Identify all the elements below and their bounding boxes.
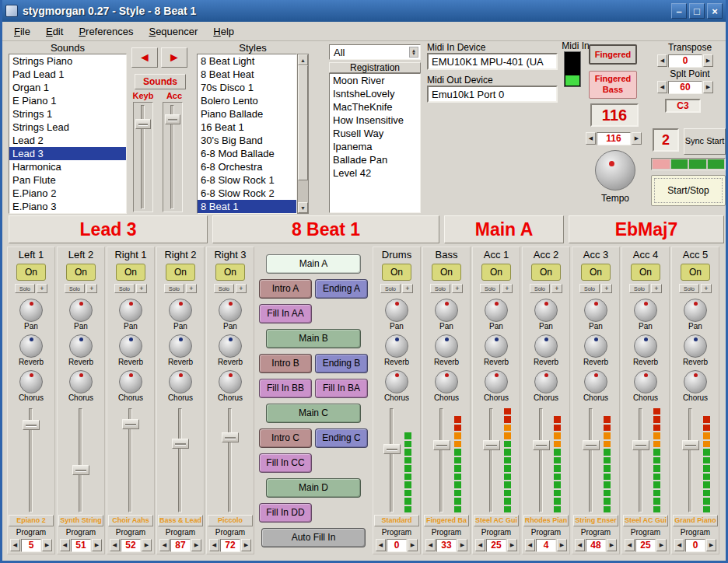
section-button-fill-in-cc[interactable]: Fill In CC: [259, 453, 312, 473]
pan-knob[interactable]: [684, 299, 707, 322]
volume-slider[interactable]: [432, 406, 451, 515]
solo-button[interactable]: Solo: [579, 284, 600, 293]
maximize-button[interactable]: □: [689, 3, 705, 19]
section-button-main-b[interactable]: Main B: [266, 329, 361, 348]
reverb-knob[interactable]: [69, 334, 93, 358]
volume-slider[interactable]: [383, 406, 401, 515]
sound-list-item[interactable]: Organ 1: [9, 81, 126, 94]
sound-list-item[interactable]: Strings Lead: [9, 121, 126, 134]
chorus-knob[interactable]: [485, 370, 508, 393]
menu-file[interactable]: File: [7, 23, 37, 40]
volume-slider-handle[interactable]: [383, 444, 401, 454]
reverb-knob[interactable]: [684, 334, 707, 358]
tempo-decrement-button[interactable]: ◀: [586, 132, 596, 145]
channel-on-button[interactable]: On: [581, 264, 611, 281]
program-decrement-button[interactable]: ◀: [376, 539, 386, 551]
reverb-knob[interactable]: [219, 334, 242, 358]
prev-sound-button[interactable]: ◄: [131, 47, 158, 68]
section-button-intro-b[interactable]: Intro B: [259, 354, 312, 373]
chorus-knob[interactable]: [219, 370, 242, 393]
pan-knob[interactable]: [584, 299, 607, 322]
split-increment-button[interactable]: ▶: [703, 81, 713, 93]
section-button-fill-in-dd[interactable]: Fill In DD: [259, 503, 312, 523]
chorus-knob[interactable]: [119, 370, 142, 393]
program-decrement-button[interactable]: ◀: [674, 539, 684, 551]
channel-on-button[interactable]: On: [166, 264, 195, 281]
plus-button[interactable]: +: [37, 284, 47, 293]
scrollbar-track[interactable]: [298, 65, 308, 202]
pan-knob[interactable]: [219, 299, 242, 322]
program-increment-button[interactable]: ▶: [92, 539, 102, 551]
scroll-up-button[interactable]: ▲: [298, 54, 308, 65]
plus-button[interactable]: +: [502, 284, 513, 293]
program-increment-button[interactable]: ▶: [607, 539, 617, 551]
style-list-item[interactable]: 6-8 Slow Rock 2: [198, 187, 296, 200]
volume-slider[interactable]: [482, 406, 501, 515]
volume-slider-handle[interactable]: [533, 440, 550, 450]
pan-knob[interactable]: [119, 299, 142, 322]
style-list-item[interactable]: 6-8 Orchestra: [198, 160, 296, 173]
program-decrement-button[interactable]: ◀: [209, 539, 219, 551]
channel-on-button[interactable]: On: [432, 264, 461, 281]
section-button-intro-a[interactable]: Intro A: [259, 279, 312, 299]
solo-button[interactable]: Solo: [65, 284, 85, 293]
registration-list-item[interactable]: How Insensitive: [330, 114, 420, 127]
volume-slider[interactable]: [121, 406, 140, 515]
minimize-button[interactable]: –: [671, 3, 687, 19]
sound-list-item[interactable]: E Piano 1: [9, 94, 126, 107]
channel-on-button[interactable]: On: [66, 264, 96, 281]
style-list-item[interactable]: 70s Disco 1: [198, 81, 296, 94]
volume-slider-handle[interactable]: [172, 439, 189, 449]
section-button-main-a[interactable]: Main A: [266, 254, 361, 274]
sound-list-item[interactable]: Strings Piano: [9, 54, 126, 68]
program-increment-button[interactable]: ▶: [142, 539, 152, 551]
program-increment-button[interactable]: ▶: [457, 539, 467, 551]
program-decrement-button[interactable]: ◀: [625, 539, 635, 551]
reverb-knob[interactable]: [119, 334, 142, 358]
pan-knob[interactable]: [634, 299, 657, 322]
solo-button[interactable]: Solo: [214, 284, 234, 293]
titlebar[interactable]: stygmorgan 0.27 - Style - 8 Beat 1 – □ ×: [2, 0, 726, 22]
transpose-increment-button[interactable]: ▶: [703, 54, 713, 67]
menu-preferences[interactable]: Preferences: [72, 23, 140, 40]
style-list-item[interactable]: 6-8 Slow Rock 1: [198, 173, 296, 187]
reverb-knob[interactable]: [435, 334, 458, 358]
pan-knob[interactable]: [385, 299, 408, 322]
chorus-knob[interactable]: [435, 370, 458, 393]
volume-slider[interactable]: [681, 406, 700, 515]
sound-list-item[interactable]: Lead 2: [9, 134, 126, 147]
pan-knob[interactable]: [435, 299, 458, 322]
style-list-item[interactable]: 30's Big Band: [198, 134, 296, 147]
registration-list-item[interactable]: Rusell Way: [330, 127, 420, 140]
style-list-item[interactable]: 8 Beat Heat: [198, 68, 296, 81]
registration-list[interactable]: Moon RiverIsntsheLovelyMacTheKnifeHow In…: [329, 73, 421, 213]
plus-button[interactable]: +: [86, 284, 97, 293]
plus-button[interactable]: +: [402, 284, 413, 293]
volume-slider[interactable]: [171, 406, 190, 515]
scroll-down-button[interactable]: ▼: [298, 202, 308, 213]
registration-list-item[interactable]: Ballade Pan: [330, 153, 420, 166]
solo-button[interactable]: Solo: [15, 284, 35, 293]
reverb-knob[interactable]: [584, 334, 607, 358]
sound-list-item[interactable]: Harmonica: [9, 160, 126, 173]
volume-slider-handle[interactable]: [23, 420, 40, 430]
reverb-knob[interactable]: [534, 334, 558, 358]
tempo-increment-button[interactable]: ▶: [632, 132, 642, 145]
style-list-item[interactable]: 8 Beat Light: [198, 54, 296, 68]
program-decrement-button[interactable]: ◀: [159, 539, 170, 551]
sound-list-item[interactable]: Pan Flute: [9, 173, 126, 187]
plus-button[interactable]: +: [186, 284, 197, 293]
solo-button[interactable]: Solo: [480, 284, 500, 293]
scrollbar-thumb[interactable]: [298, 65, 308, 180]
sound-list-item[interactable]: Pad Lead 1: [9, 68, 126, 81]
menu-edit[interactable]: Edit: [39, 23, 70, 40]
chorus-knob[interactable]: [169, 370, 192, 393]
chorus-knob[interactable]: [684, 370, 707, 393]
fingered-mode-button[interactable]: Fingered: [589, 44, 637, 65]
channel-on-button[interactable]: On: [215, 264, 245, 281]
sounds-list[interactable]: Strings PianoPad Lead 1Organ 1E Piano 1S…: [9, 54, 127, 214]
channel-on-button[interactable]: On: [681, 264, 710, 281]
plus-button[interactable]: +: [452, 284, 463, 293]
pan-knob[interactable]: [485, 299, 508, 322]
volume-slider-handle[interactable]: [122, 419, 139, 429]
